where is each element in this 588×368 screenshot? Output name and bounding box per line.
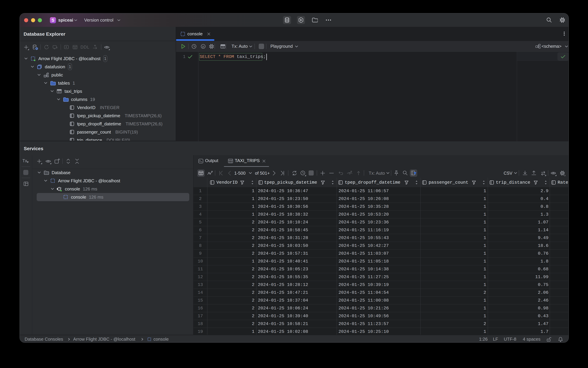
svg-text:p: p [202,45,204,48]
